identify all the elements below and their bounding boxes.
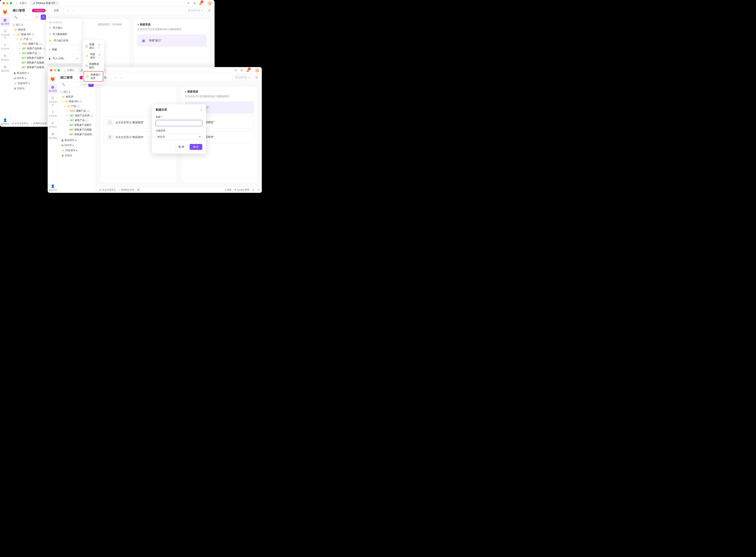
dialog-header: 新建目录 × xyxy=(156,108,202,112)
avatar[interactable] xyxy=(208,1,212,5)
sidebar-section-data-model[interactable]: ◧数据模型▾ xyxy=(60,138,93,143)
tree-api-item[interactable]: GET 获取参产品使用... xyxy=(11,65,47,70)
close-window-icon[interactable] xyxy=(50,69,52,71)
cancel-button[interactable]: 取 消 xyxy=(175,144,187,150)
sidebar-section-quick-request[interactable]: ⚡快捷请求▾ xyxy=(13,81,46,86)
nav-project-settings[interactable]: ⚙项目设置 xyxy=(1,64,10,74)
add-tab-button[interactable]: + xyxy=(114,76,118,79)
nav-invite-members[interactable]: 👤邀请成员 xyxy=(48,183,57,193)
menu-import-api[interactable]: ▢导入接口 xyxy=(46,25,82,31)
tree-api-item[interactable]: ▸POST 搜索产品 (2) xyxy=(11,41,47,46)
menu-quick-request[interactable]: ⚡快捷请求⌘ T xyxy=(83,51,104,61)
close-window-icon[interactable] xyxy=(2,2,5,4)
nav-automation-test[interactable]: ☑自动化测试 xyxy=(1,28,10,40)
branch-pill[interactable]: ⎇07w1▾ xyxy=(32,9,46,12)
tree-api-item[interactable]: GET 获取参产品视频 xyxy=(59,127,94,132)
nav-api-management[interactable]: ▦接口管理 xyxy=(48,84,57,94)
menu-new-model[interactable]: ⬡新建数据模型 xyxy=(83,61,104,71)
sidebar-section-trash[interactable]: 🗑回收站 xyxy=(60,153,93,158)
status-merge-button[interactable]: ⑂合并到主分支 xyxy=(119,188,135,192)
sidebar-section-components[interactable]: ⊞组件库▾ xyxy=(13,76,46,81)
cookie-manager-button[interactable]: ◔Cookie 管理 xyxy=(234,188,249,192)
tree-api-item[interactable]: GET 获取参产品视频 xyxy=(11,60,47,65)
api-tab[interactable]: ⎇ Medusa 商城 API × xyxy=(30,1,60,6)
new-api-card-item[interactable]: ▦ 新建"接口" xyxy=(138,34,207,47)
tree-api-item[interactable]: GET 获取参产品图片 xyxy=(11,56,47,60)
environment-select[interactable]: 请选择环境▾ xyxy=(185,8,205,13)
panel-toggle-button[interactable]: ☰ xyxy=(254,75,259,80)
cart-icon[interactable]: 🛒 xyxy=(252,188,255,191)
tree-api-item[interactable]: GET 获取参产品图片 xyxy=(59,123,94,127)
tree-api-item[interactable]: ▸GET 获取产品列表 (2) xyxy=(11,46,47,51)
sidebar-section-data-model[interactable]: ◧数据模型▾ xyxy=(13,70,46,76)
tree-root-folder[interactable]: 📁根目录 xyxy=(59,94,94,99)
nav-request-history[interactable]: ↻请求历史 xyxy=(1,53,10,63)
tree-product-folder[interactable]: ▾📁产品 (6) xyxy=(59,104,94,109)
notifications-button[interactable]: 🔔 1 xyxy=(199,2,205,5)
tree-api-item[interactable]: ▸GET 获取产品 (2) xyxy=(59,118,94,123)
maximize-window-icon[interactable] xyxy=(10,2,12,4)
menu-new-api[interactable]: ▢新建接口⌘ N xyxy=(83,41,104,51)
confirm-button[interactable]: 确 定 xyxy=(190,144,202,150)
tab-menu-button[interactable]: ⋯ xyxy=(72,9,75,12)
home-tab[interactable]: ⌂主窗口 xyxy=(61,68,76,72)
environment-select[interactable]: 请选择环境▾ xyxy=(233,75,252,80)
nav-invite-members[interactable]: 👤邀请成员 xyxy=(1,117,10,127)
sidebar-section-trash[interactable]: 🗑回收站 xyxy=(13,86,46,91)
home-icon: ⌂ xyxy=(15,2,19,5)
notifications-button[interactable]: 🔔1 xyxy=(246,69,252,72)
nav-request-history[interactable]: ↻请求历史 xyxy=(48,120,57,129)
menu-import-curl[interactable]: ◐导入 cURL⌘ I xyxy=(46,55,82,62)
terminal-icon[interactable]: ⌘ xyxy=(137,188,140,191)
status-import-button[interactable]: ⎇从主分支导入 xyxy=(99,188,116,192)
tree-product-folder[interactable]: ▾📁产品 (6) xyxy=(11,37,47,41)
menu-new[interactable]: +新建› xyxy=(46,47,82,53)
close-tab-icon[interactable]: × xyxy=(56,2,58,5)
dialog-close-button[interactable]: × xyxy=(200,108,202,112)
sync-icon[interactable]: ⟳ xyxy=(187,2,190,5)
app-logo[interactable]: 🦊 xyxy=(49,76,56,83)
menu-import-folder[interactable]: 📁导入接口目录 xyxy=(46,37,82,44)
settings-icon[interactable]: ⚙ xyxy=(240,69,243,72)
sidebar-section-components[interactable]: ⊞组件库▾ xyxy=(60,143,93,148)
search-input[interactable]: 🔍 xyxy=(12,14,33,20)
nav-project-settings[interactable]: ⚙项目设置 xyxy=(48,131,57,141)
name-input[interactable] xyxy=(156,120,202,126)
sidebar-section-quick-request[interactable]: ⚡快捷请求▾ xyxy=(60,148,93,153)
filter-button[interactable]: ▽ xyxy=(34,14,39,20)
tree-api-item[interactable]: ▸GET 获取产品 (2) xyxy=(11,51,47,56)
tree-mall-folder[interactable]: ▾📁商城 API (6) xyxy=(11,32,47,37)
merge-to-main-button[interactable]: ⑂合并到主分支 xyxy=(29,120,48,127)
tree-section-header[interactable]: ▢接口▾ xyxy=(59,89,94,94)
home-tab[interactable]: ⌂ 主窗口 xyxy=(14,1,28,5)
tree-api-item[interactable]: ▸GET 获取产品列表 (2) xyxy=(59,113,94,118)
add-button[interactable]: + xyxy=(41,14,46,20)
search-input[interactable]: 🔍 xyxy=(60,82,81,87)
nav-share-docs[interactable]: ⇪分享文档 xyxy=(48,109,57,119)
menu-new-folder[interactable]: 📁新建接口目录 xyxy=(83,71,103,82)
menu-import-model[interactable]: ⬡导入数据模型 xyxy=(46,31,82,37)
tree-root-folder[interactable]: 📁根目录 xyxy=(11,27,47,32)
nav-api-management[interactable]: ▦接口管理 xyxy=(1,17,10,27)
import-from-main-button[interactable]: ⎇从主分支导入 xyxy=(10,120,29,127)
tree-api-item[interactable]: GET 获取参产品使用... xyxy=(59,132,94,137)
app-logo[interactable]: 🦊 xyxy=(2,8,8,16)
panel-toggle-button[interactable]: ☰ xyxy=(207,8,212,13)
help-icon[interactable]: ? xyxy=(258,189,259,191)
tree-mall-folder[interactable]: ▾📁商城 API (6) xyxy=(59,99,94,104)
minimize-window-icon[interactable] xyxy=(54,69,56,71)
nav-automation-test[interactable]: ☑自动化测试 xyxy=(48,95,57,108)
chevron-right-icon: ▸ xyxy=(19,52,21,54)
add-tab-button[interactable]: + xyxy=(66,9,70,12)
tab-menu-button[interactable]: ⋯ xyxy=(120,76,122,79)
nav-share-docs[interactable]: ⇪分享文档 xyxy=(1,42,10,52)
parent-folder-select[interactable]: 根目录▾ xyxy=(156,134,202,140)
new-tab[interactable]: 新建... xyxy=(51,7,64,13)
maximize-window-icon[interactable] xyxy=(57,69,60,71)
avatar[interactable] xyxy=(255,68,259,72)
settings-icon[interactable]: ⚙ xyxy=(193,2,196,5)
tree-section-header[interactable]: ▢接口▾ xyxy=(11,22,47,27)
minimize-window-icon[interactable] xyxy=(6,2,8,4)
sync-icon[interactable]: ⟳ xyxy=(234,69,237,72)
tree-api-item[interactable]: ▸POST 搜索产品 (2) xyxy=(59,109,94,113)
